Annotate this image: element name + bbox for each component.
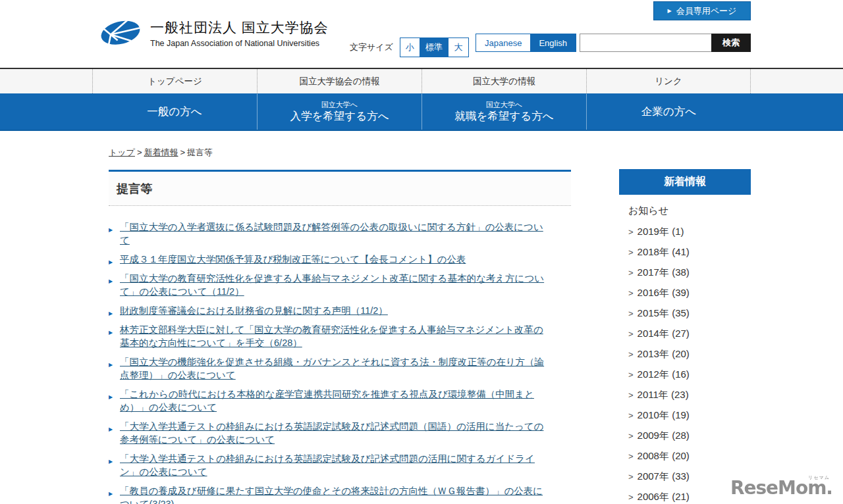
brand[interactable]: 一般社団法人 国立大学協会 The Japan Association of N… [96, 14, 329, 51]
article-link-2[interactable]: 「国立大学の教育研究活性化を促進する人事給与マネジメント改革に関する基本的な考え… [120, 273, 544, 297]
resemom-watermark: リセマム ReseMom. [730, 477, 832, 499]
audience-nav-item-1[interactable]: 国立大学へ入学を希望する方へ [257, 93, 422, 130]
audience-nav: 一般の方へ国立大学へ入学を希望する方へ国立大学へ就職を希望する方へ企業の方へ [0, 93, 843, 131]
sidebar: 新着情報 お知らせ >2019年 (1)>2018年 (41)>2017年 (3… [619, 131, 751, 504]
sidebar-header[interactable]: 新着情報 [619, 169, 751, 195]
chevron-right-icon: > [628, 451, 634, 461]
breadcrumb-link-1[interactable]: 新着情報 [144, 147, 178, 157]
audience-nav-label: 就職を希望する方へ [454, 109, 553, 123]
sidebar-year-label: 2016年 (39) [638, 287, 690, 298]
sidebar-year-item-2010年[interactable]: >2010年 (19) [628, 409, 751, 422]
breadcrumb-separator: > [180, 147, 186, 157]
page-title: 提言等 [109, 170, 571, 206]
audience-nav-small-label: 国立大学へ [486, 101, 522, 109]
article-item: ▶平成３１年度国立大学関係予算及び税制改正等について【会長コメント】の公表 [109, 253, 546, 266]
article-list: ▶「国立大学の入学者選抜に係る試験問題及び解答例等の公表の取扱いに関する方針」の… [109, 220, 571, 504]
breadcrumb-separator: > [137, 147, 142, 157]
language-english-button[interactable]: English [530, 34, 576, 51]
sidebar-year-label: 2010年 (19) [638, 409, 690, 420]
sidebar-year-label: 2015年 (35) [638, 307, 690, 318]
sidebar-year-label: 2012年 (16) [638, 368, 690, 380]
global-nav-item-2[interactable]: 国立大学の情報 [422, 69, 586, 93]
chevron-right-icon: > [628, 349, 634, 359]
member-page-label: 会員専用ページ [676, 5, 737, 17]
sidebar-year-label: 2018年 (41) [638, 246, 690, 257]
article-item: ▶「国立大学の教育研究活性化を促進する人事給与マネジメント改革に関する基本的な考… [109, 272, 546, 298]
chevron-right-icon: > [628, 329, 634, 339]
sidebar-year-item-2014年[interactable]: >2014年 (27) [628, 328, 751, 340]
chevron-right-icon: > [628, 247, 634, 257]
article-link-1[interactable]: 平成３１年度国立大学関係予算及び税制改正等について【会長コメント】の公表 [120, 254, 466, 265]
article-link-9[interactable]: 「教員の養成及び研修に果たす国立大学の使命とその将来設計の方向性（ＷＧ報告書）」… [120, 486, 543, 504]
sidebar-year-label: 2014年 (27) [638, 328, 690, 339]
article-link-8[interactable]: 「大学入学共通テストの枠組みにおける英語認定試験及び記述式問題の活用に関するガイ… [120, 453, 535, 477]
article-item: ▶「これからの時代における本格的な産学官連携共同研究を推進する視点及び環境整備（… [109, 388, 546, 414]
chevron-right-icon: > [628, 492, 634, 502]
search-input[interactable] [580, 34, 711, 52]
sidebar-year-item-2013年[interactable]: >2013年 (20) [628, 348, 751, 361]
sidebar-year-item-2015年[interactable]: >2015年 (35) [628, 307, 751, 320]
global-nav-item-1[interactable]: 国立大学協会の情報 [257, 69, 422, 93]
font-size-option-小[interactable]: 小 [400, 38, 420, 57]
chevron-right-icon: > [628, 309, 634, 318]
content-column: トップ>新着情報>提言等 提言等 ▶「国立大学の入学者選抜に係る試験問題及び解答… [109, 131, 571, 504]
sidebar-year-label: 2006年 (21) [638, 491, 690, 502]
janu-logo-icon [96, 14, 144, 51]
article-link-5[interactable]: 「国立大学の機能強化を促進させる組織・ガバナンスとそれに資する法・制度改正等の在… [120, 357, 544, 380]
right-arrow-icon: ▶ [668, 8, 672, 14]
language-toggle: Japanese English [476, 34, 576, 52]
audience-nav-label: 企業の方へ [641, 105, 696, 118]
article-item: ▶「教員の養成及び研修に果たす国立大学の使命とその将来設計の方向性（ＷＧ報告書）… [109, 484, 546, 504]
global-nav-item-0[interactable]: トップページ [92, 69, 257, 93]
chevron-right-icon: > [628, 472, 634, 482]
font-size-option-標準[interactable]: 標準 [420, 38, 449, 57]
sidebar-year-label: 2019年 (1) [638, 226, 684, 237]
sidebar-year-item-2017年[interactable]: >2017年 (38) [628, 266, 751, 279]
audience-nav-item-3[interactable]: 企業の方へ [586, 93, 751, 130]
sidebar-year-item-2009年[interactable]: >2009年 (28) [628, 430, 751, 442]
article-item: ▶財政制度等審議会における財務省の見解に関する声明（11/2） [109, 304, 546, 317]
chevron-right-icon: > [628, 370, 634, 380]
font-size-option-大[interactable]: 大 [449, 38, 468, 57]
article-link-4[interactable]: 林芳正文部科学大臣に対して「国立大学の教育研究活性化を促進する人事給与マネジメン… [120, 324, 543, 348]
sidebar-year-item-2012年[interactable]: >2012年 (16) [628, 368, 751, 381]
article-link-0[interactable]: 「国立大学の入学者選抜に係る試験問題及び解答例等の公表の取扱いに関する方針」の公… [120, 222, 543, 245]
bullet-arrow-icon: ▶ [109, 256, 113, 269]
bullet-arrow-icon: ▶ [109, 488, 113, 501]
sidebar-year-label: 2017年 (38) [638, 266, 690, 278]
sidebar-year-label: 2009年 (28) [638, 430, 690, 441]
article-link-7[interactable]: 「大学入学共通テストの枠組みにおける英語認定試験及び記述式問題（国語）の活用に当… [120, 421, 543, 445]
article-item: ▶「大学入学共通テストの枠組みにおける英語認定試験及び記述式問題（国語）の活用に… [109, 420, 546, 446]
chevron-right-icon: > [628, 431, 634, 441]
article-link-6[interactable]: 「これからの時代における本格的な産学官連携共同研究を推進する視点及び環境整備（中… [120, 389, 534, 413]
global-nav-item-3[interactable]: リンク [586, 69, 751, 93]
audience-nav-item-2[interactable]: 国立大学へ就職を希望する方へ [422, 93, 586, 130]
font-size-buttons: 小標準大 [400, 38, 469, 57]
audience-nav-label: 入学を希望する方へ [290, 109, 389, 123]
site-search: 検索 [580, 34, 751, 52]
audience-nav-item-0[interactable]: 一般の方へ [92, 93, 257, 130]
sidebar-year-label: 2008年 (20) [638, 450, 690, 461]
sidebar-year-item-2018年[interactable]: >2018年 (41) [628, 246, 751, 259]
chevron-right-icon: > [628, 227, 634, 237]
audience-nav-label: 一般の方へ [147, 105, 202, 118]
article-link-3[interactable]: 財政制度等審議会における財務省の見解に関する声明（11/2） [120, 305, 388, 316]
sidebar-year-item-2008年[interactable]: >2008年 (20) [628, 450, 751, 463]
bullet-arrow-icon: ▶ [109, 423, 113, 436]
sidebar-section-label: お知らせ [628, 205, 751, 217]
language-japanese-button[interactable]: Japanese [476, 34, 530, 51]
breadcrumb-current: 提言等 [187, 147, 213, 157]
sidebar-year-item-2011年[interactable]: >2011年 (23) [628, 389, 751, 401]
brand-subtitle: The Japan Association of National Univer… [150, 39, 329, 48]
breadcrumb-link-0[interactable]: トップ [109, 147, 135, 157]
chevron-right-icon: > [628, 411, 634, 420]
member-page-button[interactable]: ▶ 会員専用ページ [653, 1, 751, 20]
sidebar-year-item-2016年[interactable]: >2016年 (39) [628, 287, 751, 299]
brand-name: 一般社団法人 国立大学協会 [150, 18, 329, 37]
sidebar-year-item-2019年[interactable]: >2019年 (1) [628, 226, 751, 238]
breadcrumb: トップ>新着情報>提言等 [109, 147, 571, 159]
search-button[interactable]: 検索 [711, 34, 751, 52]
global-nav: トップページ国立大学協会の情報国立大学の情報リンク [0, 68, 843, 93]
article-item: ▶「国立大学の機能強化を促進させる組織・ガバナンスとそれに資する法・制度改正等の… [109, 355, 546, 382]
resemom-ruby: リセマム [808, 474, 830, 481]
